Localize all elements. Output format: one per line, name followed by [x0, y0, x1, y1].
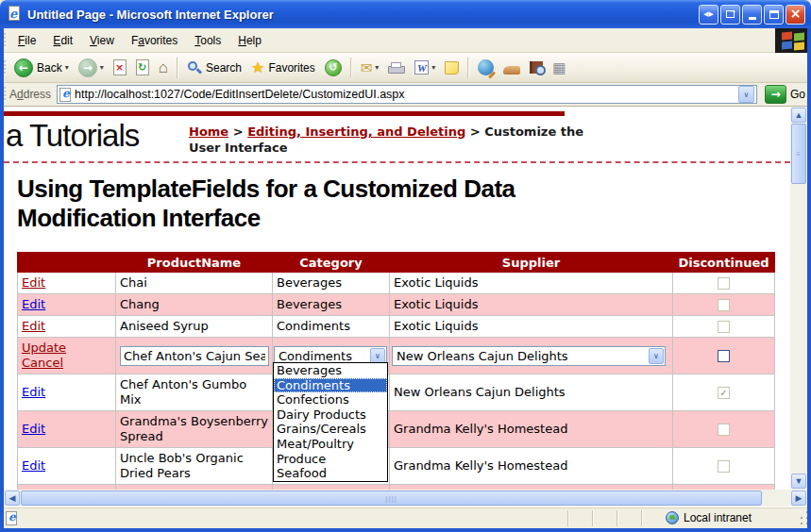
dropdown-option[interactable]: Condiments [274, 378, 387, 393]
scroll-up-button[interactable]: ▲ [791, 108, 806, 123]
product-name-input[interactable] [120, 346, 269, 366]
back-label: Back [37, 61, 62, 75]
dropdown-option[interactable]: Grains/Cereals [274, 422, 387, 437]
back-icon: ← [14, 58, 33, 77]
product-cell: Aniseed Syrup [116, 316, 273, 338]
scroll-down-button[interactable]: ▼ [791, 474, 806, 489]
menu-tools[interactable]: Tools [186, 31, 229, 50]
mail-button[interactable]: ✉ ▾ [356, 58, 384, 78]
go-button[interactable]: → [765, 85, 786, 104]
edit-with-word-button[interactable]: W ▾ [410, 58, 440, 76]
discontinued-checkbox[interactable] [718, 350, 730, 362]
discuss-button[interactable] [440, 59, 464, 76]
title-bar[interactable]: e Untitled Page - Microsoft Internet Exp… [0, 0, 811, 28]
minimize-icon [749, 17, 756, 20]
close-button[interactable]: × [786, 5, 805, 25]
vertical-scroll-thumb[interactable]: ≡ [791, 124, 806, 184]
browser-window: e Untitled Page - Microsoft Internet Exp… [0, 0, 811, 532]
edit-link[interactable]: Edit [22, 319, 45, 333]
forward-dropdown-icon: ▾ [100, 63, 104, 72]
scroll-right-button[interactable]: ▶ [791, 490, 806, 506]
maximize-button[interactable] [764, 5, 784, 25]
breadcrumb-section-link[interactable]: Editing, Inserting, and Deleting [247, 125, 465, 139]
favorites-label: Favorites [268, 61, 314, 75]
discontinued-checkbox [718, 321, 730, 333]
category-cell: Beverages [273, 294, 390, 316]
stop-button[interactable]: × [109, 58, 131, 77]
edit-link[interactable]: Edit [22, 297, 45, 311]
menu-view[interactable]: View [81, 31, 123, 50]
dropdown-option[interactable]: Beverages [274, 363, 387, 378]
extension-button[interactable] [498, 58, 525, 76]
status-separator [567, 510, 569, 526]
grid-row: EditChaiBeveragesExotic Liquids [18, 273, 775, 294]
toolbar-separator [177, 58, 178, 78]
vertical-scrollbar[interactable]: ▲ ≡ ▼ [790, 107, 807, 490]
print-icon [388, 62, 405, 75]
address-bar: Address http://localhost:1027/Code/EditI… [0, 83, 811, 107]
favorites-star-icon: ★ [251, 58, 264, 76]
grid-row: EditChef Anton's Gumbo MixNew Orleans Ca… [18, 374, 775, 411]
horizontal-scrollbar[interactable]: ◀ |||| ▶ [4, 490, 807, 507]
print-button[interactable] [383, 58, 410, 77]
go-label[interactable]: Go [790, 88, 805, 101]
security-zone-panel: Local intranet [666, 511, 798, 524]
forward-button[interactable]: → ▾ [74, 57, 109, 79]
horizontal-scroll-thumb[interactable]: |||| [21, 490, 762, 506]
edit-page-button[interactable] [473, 58, 498, 77]
menu-edit[interactable]: Edit [44, 31, 81, 50]
product-cell: Grandma's Boysenberry Spread [116, 411, 273, 448]
search-button[interactable]: Search [182, 58, 246, 77]
globe-pencil-icon [478, 59, 494, 75]
grid-row: EditUncle Bob's Organic Dried PearsGrand… [18, 448, 775, 485]
mail-dropdown-icon[interactable]: ▾ [375, 63, 379, 72]
menu-file[interactable]: File [9, 31, 44, 50]
breadcrumb-home-link[interactable]: Home [189, 125, 228, 139]
word-dropdown-icon[interactable]: ▾ [431, 63, 435, 72]
products-gridview: ProductName Category Supplier Discontinu… [17, 252, 775, 490]
back-button[interactable]: ← Back ▾ [9, 57, 74, 79]
menu-help[interactable]: Help [229, 31, 270, 50]
category-dropdown-list[interactable]: BeveragesCondimentsConfectionsDairy Prod… [273, 362, 388, 482]
back-dropdown-icon[interactable]: ▾ [65, 63, 69, 72]
cancel-link[interactable]: Cancel [22, 356, 63, 370]
history-button[interactable]: ↺ [320, 58, 346, 78]
dropdown-option[interactable]: Produce [274, 452, 387, 467]
messenger-button[interactable]: ▦ [548, 58, 570, 78]
pop-out-button[interactable] [720, 5, 740, 25]
chevron-down-icon[interactable]: ∨ [649, 348, 664, 364]
address-field[interactable]: http://localhost:1027/Code/EditInsertDel… [57, 85, 757, 104]
dropdown-option[interactable]: Seafood [274, 466, 387, 481]
window-border [807, 28, 811, 532]
refresh-button[interactable]: ↻ [131, 58, 154, 77]
edit-link[interactable]: Edit [22, 385, 45, 399]
dropdown-option[interactable]: Dairy Products [274, 407, 387, 423]
chevron-down-icon[interactable]: ∨ [370, 348, 385, 364]
shoe-icon [503, 66, 520, 75]
address-dropdown-button[interactable]: ∨ [738, 86, 754, 103]
product-cell: Uncle Bob's Organic Dried Pears [116, 448, 273, 485]
home-button[interactable]: ⌂ [154, 57, 173, 79]
favorites-button[interactable]: ★ Favorites [246, 57, 320, 78]
address-url[interactable]: http://localhost:1027/Code/EditInsertDel… [75, 88, 738, 101]
menu-favorites[interactable]: Favorites [123, 31, 186, 50]
minimize-button[interactable] [742, 5, 762, 25]
breadcrumb: Home > Editing, Inserting, and Deleting … [189, 124, 614, 156]
category-cell: Condiments [273, 316, 390, 338]
stop-icon: × [113, 59, 127, 75]
edit-link[interactable]: Edit [22, 275, 45, 290]
header-category: Category [273, 253, 390, 273]
scroll-left-button[interactable]: ◀ [5, 490, 20, 506]
edit-link[interactable]: Edit [22, 422, 45, 436]
supplier-cell: Exotic Liquids [390, 316, 673, 338]
left-right-arrows-button[interactable]: ◀▶ [699, 5, 718, 25]
address-label: Address [9, 88, 51, 101]
dropdown-option[interactable]: Meat/Poultry [274, 437, 387, 452]
update-link[interactable]: Update [22, 341, 66, 355]
research-button[interactable] [525, 59, 548, 75]
product-cell: Chai [116, 273, 273, 294]
dropdown-option[interactable]: Confections [274, 392, 387, 407]
supplier-select[interactable]: New Orleans Cajun Delights∨ [392, 346, 666, 366]
edit-link[interactable]: Edit [22, 458, 45, 473]
word-icon: W [414, 60, 429, 75]
